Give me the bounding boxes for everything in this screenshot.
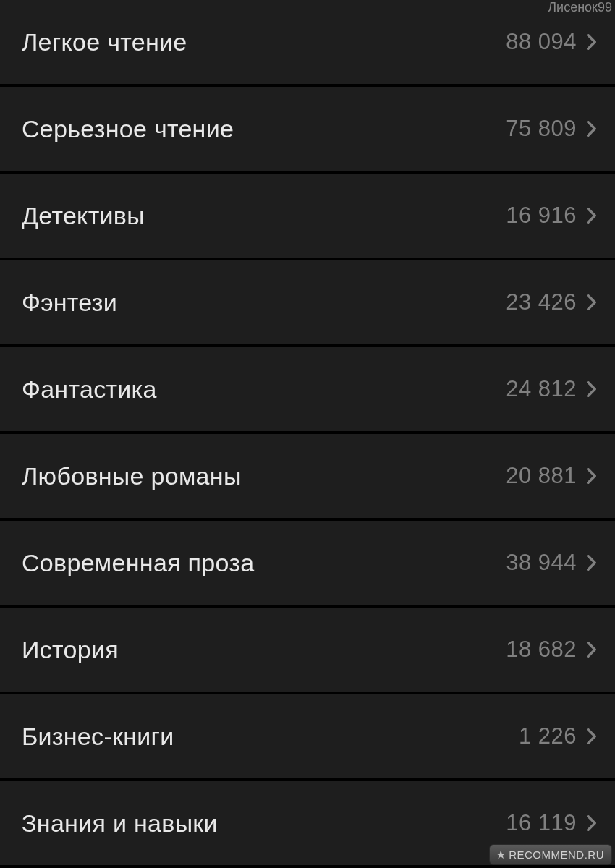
category-item-romance[interactable]: Любовные романы 20 881 [0,434,615,521]
category-label: Бизнес-книги [22,723,174,751]
category-count: 38 944 [506,550,577,576]
category-label: Современная проза [22,549,254,577]
category-item-easy-reading[interactable]: Легкое чтение 88 094 [0,0,615,87]
category-label: Серьезное чтение [22,115,234,143]
category-label: История [22,636,119,664]
watermark-top: Лисенок99 [548,0,612,15]
category-item-fantasy[interactable]: Фэнтези 23 426 [0,260,615,347]
chevron-right-icon [587,121,596,137]
watermark-bottom: ★ RECOMMEND.RU [489,844,612,865]
category-right: 23 426 [506,289,596,315]
category-right: 16 119 [506,810,596,836]
chevron-right-icon [587,208,596,224]
category-count: 23 426 [506,289,577,315]
category-item-business[interactable]: Бизнес-книги 1 226 [0,694,615,781]
category-label: Любовные романы [22,462,242,490]
category-count: 1 226 [519,723,577,749]
category-label: Детективы [22,202,145,230]
category-list: Легкое чтение 88 094 Серьезное чтение 75… [0,0,615,868]
chevron-right-icon [587,642,596,658]
category-label: Фантастика [22,375,157,404]
category-item-serious-reading[interactable]: Серьезное чтение 75 809 [0,87,615,174]
category-right: 20 881 [506,463,596,489]
category-right: 38 944 [506,550,596,576]
category-label: Фэнтези [22,289,117,317]
chevron-right-icon [587,468,596,484]
chevron-right-icon [587,34,596,50]
category-count: 75 809 [506,116,577,142]
chevron-right-icon [587,728,596,744]
category-right: 18 682 [506,637,596,663]
category-count: 16 916 [506,203,577,229]
category-item-scifi[interactable]: Фантастика 24 812 [0,347,615,434]
star-icon: ★ [496,848,506,861]
watermark-bottom-text: RECOMMEND.RU [509,848,604,861]
category-right: 16 916 [506,203,596,229]
category-item-detectives[interactable]: Детективы 16 916 [0,174,615,260]
category-item-history[interactable]: История 18 682 [0,608,615,694]
chevron-right-icon [587,815,596,831]
category-count: 18 682 [506,637,577,663]
category-right: 88 094 [506,29,596,55]
category-count: 16 119 [506,810,577,836]
chevron-right-icon [587,294,596,310]
category-right: 1 226 [519,723,596,749]
category-right: 24 812 [506,376,596,402]
category-count: 24 812 [506,376,577,402]
category-right: 75 809 [506,116,596,142]
category-count: 88 094 [506,29,577,55]
category-label: Знания и навыки [22,809,218,838]
category-count: 20 881 [506,463,577,489]
chevron-right-icon [587,555,596,571]
category-item-modern-prose[interactable]: Современная проза 38 944 [0,521,615,608]
chevron-right-icon [587,381,596,397]
category-label: Легкое чтение [22,28,187,56]
